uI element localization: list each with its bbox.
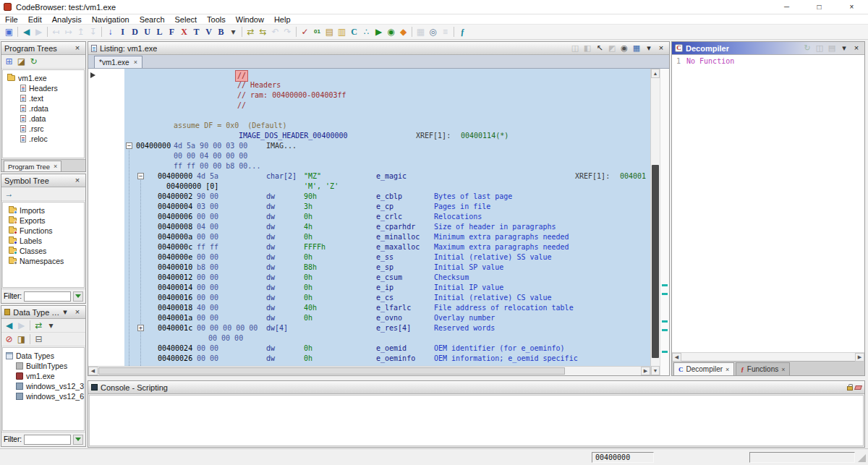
listing-row[interactable]: IMAGE_DOS_HEADER_00400000XREF[1]:0040011…	[88, 131, 650, 141]
scroll-down-icon[interactable]: ▼	[651, 366, 660, 375]
scrollbar-thumb[interactable]	[98, 367, 565, 375]
tab-functions[interactable]: ƒFunctions×	[736, 362, 790, 375]
dropdown-icon[interactable]: ▾	[45, 320, 57, 332]
menu-file[interactable]: File	[0, 15, 23, 24]
bookmark-diamond-icon[interactable]: ◆	[397, 26, 409, 38]
close-icon[interactable]: ×	[851, 43, 861, 54]
close-icon[interactable]: ×	[72, 43, 82, 54]
listing-row[interactable]: 0040001600 00dw0he_csInitial (relative) …	[88, 293, 650, 303]
resize-grip-icon[interactable]	[858, 454, 866, 462]
nav-bookmark-icon[interactable]: B	[215, 26, 227, 38]
symbol-tree-header[interactable]: Symbol Tree ×	[1, 174, 85, 187]
listing-vertical-scrollbar[interactable]: ▲ ▼	[650, 69, 660, 375]
overview-mark[interactable]	[662, 293, 668, 295]
scroll-left-icon[interactable]: ◀	[672, 353, 681, 362]
scrollbar-thumb[interactable]	[652, 165, 659, 358]
export-icon[interactable]: ▤	[827, 43, 837, 54]
scroll-right-icon[interactable]: ▶	[855, 353, 864, 362]
menu-search[interactable]: Search	[135, 15, 170, 24]
undo-icon[interactable]: ↶	[269, 26, 281, 38]
nav-down-ref-icon[interactable]: ↧	[87, 26, 99, 38]
nav-out-function-icon[interactable]: ↤	[50, 26, 62, 38]
copy-icon[interactable]: ◫	[814, 43, 825, 54]
listing-row[interactable]: 00 00 04 00 00 00	[88, 151, 650, 161]
auto-analysis-icon[interactable]: ✓	[299, 26, 311, 38]
close-tab-icon[interactable]: ×	[726, 366, 729, 373]
minimize-button[interactable]: ─	[770, 0, 803, 14]
decompiler-header[interactable]: Decompiler ↻◫▤▾×	[672, 42, 864, 55]
filter-options-button[interactable]	[73, 291, 83, 302]
scroll-up-icon[interactable]: ▲	[651, 69, 660, 78]
tree-item-data-types[interactable]: Data Types	[3, 351, 84, 361]
decompiler-horizontal-scrollbar[interactable]: ◀ ▶	[672, 352, 864, 361]
nav-type-icon[interactable]: T	[190, 26, 203, 38]
tree-item-windows-vs12-64[interactable]: windows_vs12_64	[3, 391, 84, 401]
menu-edit[interactable]: Edit	[23, 15, 47, 24]
tree-item-vm1-exe[interactable]: vm1.exe	[3, 371, 84, 381]
preview-window-icon[interactable]: ◨	[15, 333, 27, 346]
menu-window[interactable]: Window	[231, 15, 269, 24]
close-icon[interactable]: ×	[72, 176, 82, 186]
clear-flow-icon[interactable]: ⇄	[244, 26, 257, 38]
scroll-lock-icon[interactable]	[847, 386, 853, 391]
include-data-members-icon[interactable]: ⊟	[33, 333, 45, 346]
reapply-flow-icon[interactable]: ⇆	[257, 26, 269, 38]
record-icon[interactable]: ◉	[385, 26, 397, 38]
menu-analysis[interactable]: Analysis	[47, 15, 87, 24]
nav-label-icon[interactable]: L	[153, 26, 166, 38]
function-graph-icon[interactable]: ƒ	[456, 26, 469, 38]
nav-data-icon[interactable]: D	[129, 26, 141, 38]
tree-item-labels[interactable]: Labels	[3, 236, 84, 246]
new-tree-icon[interactable]: ⊞	[3, 56, 15, 68]
collapse-icon[interactable]: −	[137, 173, 144, 179]
listing-row[interactable]: 0040000600 00dw0he_crlcRelocations	[88, 212, 650, 222]
edit-tree-icon[interactable]: ◪	[15, 56, 27, 68]
tab-program-tree[interactable]: Program Tree ×	[4, 161, 61, 171]
listing-row[interactable]: 0040001200 00dw0he_csumChecksum	[88, 273, 650, 283]
nav-into-function-icon[interactable]: ↦	[62, 26, 75, 38]
filter-options-button[interactable]	[73, 435, 83, 445]
listing-row[interactable]: −004000004d 5achar[2]"MZ"e_magicXREF[1]:…	[88, 171, 650, 182]
listing-row[interactable]: −004000004d 5a 90 00 03 00IMAG...	[88, 141, 650, 151]
symbol-table-icon[interactable]: ≡	[439, 26, 451, 38]
listing-row[interactable]: assume DF = 0x0 (Default)	[88, 121, 650, 131]
tree-item-classes[interactable]: Classes	[3, 246, 84, 256]
bytes-viewer-icon[interactable]: 01	[311, 26, 323, 38]
menu-tools[interactable]: Tools	[202, 15, 231, 24]
collapse-icon[interactable]: −	[126, 142, 132, 149]
forward-icon[interactable]: ▶	[33, 26, 45, 38]
sync-types-icon[interactable]: ⇄	[33, 320, 45, 332]
listing-row[interactable]: 0040000cff ffdwFFFFhe_maxallocMaximum ex…	[88, 242, 650, 252]
tree-item-windows-vs12-32[interactable]: windows_vs12_32	[3, 381, 84, 391]
tab-decompiler[interactable]: CDecompiler×	[673, 362, 734, 375]
snapshot-icon[interactable]: ◉	[619, 43, 629, 54]
listing-row[interactable]: 0040001840 00dw40he_lfarlcFile address o…	[88, 303, 650, 313]
save-icon[interactable]: ▣	[3, 26, 15, 38]
tab-vm1-exe[interactable]: *vm1.exe ×	[94, 56, 142, 68]
listing-header[interactable]: Listing: vm1.exe ◫◧↖◩◉▦▾×	[88, 42, 669, 55]
dropdown-icon[interactable]: ▾	[839, 43, 849, 54]
listing-row[interactable]: //	[88, 101, 650, 111]
tree-item-builtintypes[interactable]: BuiltInTypes	[3, 361, 84, 371]
listing-row[interactable]	[88, 111, 650, 121]
close-tab-icon[interactable]: ×	[54, 163, 57, 170]
nav-nonfunction-icon[interactable]: X	[178, 26, 190, 38]
tree-item--rdata[interactable]: .rdata	[3, 103, 84, 114]
listing-row[interactable]: ff ff 00 00 b8 00...	[88, 161, 650, 171]
listing-row[interactable]: 0040000804 00dw4he_cparhdrSize of header…	[88, 222, 650, 232]
tree-item--data[interactable]: .data	[3, 114, 84, 124]
paste-icon[interactable]: ◧	[582, 43, 592, 54]
listing-row[interactable]: 0040000a00 00dw0he_minallocMinimum extra…	[88, 232, 650, 242]
nav-bookmark-dropdown-icon[interactable]: ▾	[227, 26, 239, 38]
tree-item-exports[interactable]: Exports	[3, 216, 84, 226]
listing-horizontal-scrollbar[interactable]: ◀ ▶	[88, 366, 650, 375]
listing-row[interactable]: 00400010b8 00dwB8he_spInitial SP value	[88, 263, 650, 273]
dtm-header[interactable]: Data Type M... ▾×	[1, 306, 85, 319]
close-tab-icon[interactable]: ×	[134, 59, 137, 66]
dropdown-icon[interactable]: ▾	[644, 43, 654, 54]
tree-item--reloc[interactable]: .reloc	[3, 134, 84, 144]
tree-item-imports[interactable]: Imports	[3, 205, 84, 216]
overview-mark[interactable]	[662, 329, 668, 331]
listing-content[interactable]: //// Headers// ram: 00400000-004003ff//a…	[88, 69, 669, 375]
tree-item-namespaces[interactable]: Namespaces	[3, 256, 84, 266]
